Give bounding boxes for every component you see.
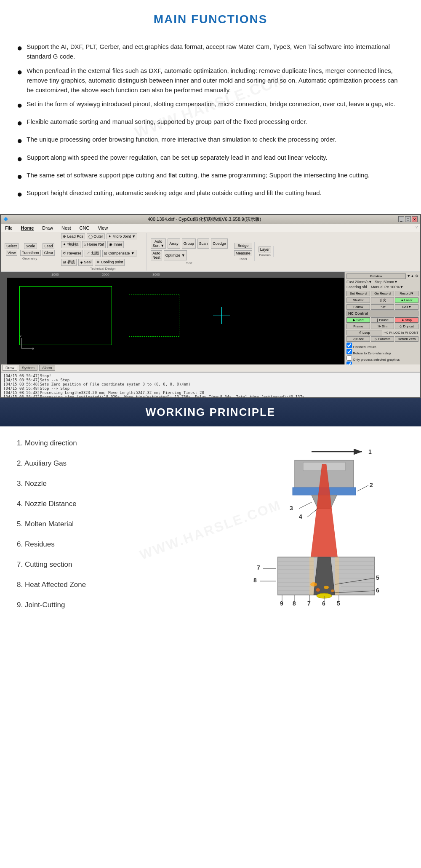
view-button[interactable]: View [6,250,17,256]
sim-btn[interactable]: ≫ Sim [371,324,394,329]
go-record-btn[interactable]: Go Record [371,291,394,296]
back-btn[interactable]: ◁ Back [346,336,370,342]
array-btn[interactable]: Array [168,238,180,249]
fast-row: Fast 20mm/s▼ Step 50mm▼ [346,280,418,284]
menu-draw[interactable]: Draw [40,225,55,231]
tab-draw[interactable]: Draw [3,365,17,371]
menu-home[interactable]: Home [19,225,36,231]
gas-btn[interactable]: Gas▼ [395,304,418,310]
outer-btn[interactable]: ◯ Outer [87,233,105,239]
select-button[interactable]: Select [5,243,19,249]
canvas-content[interactable]: X Y [7,278,344,364]
shutter-btn[interactable]: Shutter [346,297,370,303]
clear-button[interactable]: Clear [43,250,55,256]
canvas-area: 1000 2000 3000 [1,272,420,364]
measure-btn[interactable]: Measure [234,250,252,256]
app-icon: 🔷 [3,217,8,221]
soft-limit-check[interactable] [346,362,352,364]
crosshair [213,307,230,324]
bullet-dot-7: ● [17,169,22,184]
record-btn[interactable]: Record▼ [395,291,418,296]
pt-loc-label: →0 Pt LOC [383,331,400,335]
set-record-btn[interactable]: Set Record [346,291,370,296]
shortcut-btn[interactable]: ✦ 快捷操 [61,241,80,248]
params-label: Params [259,253,271,257]
frame-btn[interactable]: Frame [346,324,370,329]
coordinate-origin: X Y [19,334,36,352]
transform-button[interactable]: Transform [20,250,41,256]
return-zero-btn[interactable]: Return Zero [395,336,418,342]
layer-btn[interactable]: Layer [258,246,272,252]
working-principle-diagram: 1 2 3 4 [244,439,404,622]
lead-button[interactable]: Lead [43,243,54,249]
seal-btn[interactable]: ◈ Seal [78,259,93,266]
return-zero-stop-check[interactable] [346,349,352,354]
home-ref-btn[interactable]: ⌂ Home Ref [82,241,106,248]
follow-btn[interactable]: Follow [346,304,370,310]
optimize-btn[interactable]: Optimize ▼ [164,250,187,260]
loop-btn[interactable]: ↺ Loop [346,330,382,335]
scan-btn[interactable]: Scan [197,238,210,249]
bullet-text-2: When pen/lead in the external files such… [27,66,404,95]
maximize-btn[interactable]: □ [405,216,411,222]
micro-joint-btn[interactable]: ✦ Micro Joint ▼ [107,233,137,239]
svg-rect-60 [335,557,339,595]
close-btn[interactable]: ✕ [412,216,418,222]
svg-text:7: 7 [257,564,260,571]
manual-pct-label: Manual Pe 100%▼ [371,285,403,289]
menu-view[interactable]: View [96,225,109,231]
compensate-btn[interactable]: ⊡ Compensate ▼ [102,250,136,257]
bullet-dot-2: ● [17,65,22,79]
menu-cnc[interactable]: CNC [78,225,91,231]
svg-text:6: 6 [322,600,325,607]
path-btn[interactable]: ↗ 划图 [85,250,101,257]
arrow-icon: ▼▲ [407,274,414,278]
auto-nest-btn[interactable]: AutoNest [151,250,162,260]
bullet-text-5: The unique processing order browsing fun… [27,134,404,144]
menu-file[interactable]: File [3,225,14,231]
main-canvas[interactable]: 1000 2000 3000 [1,272,344,364]
lead-pos-btn[interactable]: ⊕ Lead Pos [61,233,85,239]
auto-sort-btn[interactable]: AutoSort ▼ [151,238,166,249]
svg-point-23 [331,589,334,592]
ignite-btn[interactable]: 引火 [371,297,394,303]
working-principle-list: 1. Moving direction 2. Auxiliary Gas 3. … [17,439,236,621]
laser-btn[interactable]: ● Laser [395,297,418,303]
stop-btn[interactable]: ● Stop [395,317,418,323]
pause-btn[interactable]: ‖ Pause [371,317,394,323]
dry-cut-btn[interactable]: ◇ Dry cut [395,324,418,329]
bullet-dot-8: ● [17,187,22,201]
preview-btn[interactable]: Preview [346,273,406,279]
log-line-6: [04/15 08:56:47]Processing time (estimat… [3,395,418,397]
list-item-6: 6. Residues [17,540,236,549]
laser-row: Lasering shi... Manual Pe 100%▼ [346,285,418,289]
cooling-point-btn[interactable]: ❄ Cooling point [95,259,125,266]
tab-system[interactable]: System [19,365,37,371]
checkboxes-section: Finished, return Return to Zero when sto… [346,343,418,364]
bullet-dot-1: ● [17,41,22,55]
software-title: 400.1394.dxf - CypCut取化切割系统V6.3.658.9(演示… [11,216,397,222]
bullet-text-7: The same set of software support pipe cu… [27,170,404,180]
puff-btn[interactable]: Puff [371,304,394,310]
tab-alarm[interactable]: Alarm [39,365,55,371]
list-item-8: 8. Heat Affected Zone [17,581,236,589]
finished-return-check[interactable] [346,343,352,348]
ruler-mark-3000: 3000 [152,273,160,276]
reverse-btn[interactable]: ↺ Reverse [61,250,83,257]
minimize-btn[interactable]: _ [398,216,404,222]
coedge-btn[interactable]: Coedge [211,238,228,249]
section-divider [17,34,404,34]
group-btn[interactable]: Group [182,238,196,249]
scale-button[interactable]: Scale [24,243,37,249]
only-process-check[interactable] [346,355,352,361]
bridge-btn[interactable]: ⊞ 桥接 [61,259,77,266]
bullet-dot-3: ● [17,98,22,113]
start-btn[interactable]: ▶ Start [346,317,370,323]
forward-btn[interactable]: ▷ Forward [371,336,394,342]
menu-nest[interactable]: Nest [60,225,73,231]
bridge-btn2[interactable]: Bridge [234,243,252,249]
bullet-item-1: ●Support the AI, DXF, PLT, Gerber, and e… [17,42,404,62]
follow-row: Follow Puff Gas▼ [346,304,418,310]
svg-line-10 [357,485,368,491]
inner-btn[interactable]: ◉ Inner [107,241,124,248]
